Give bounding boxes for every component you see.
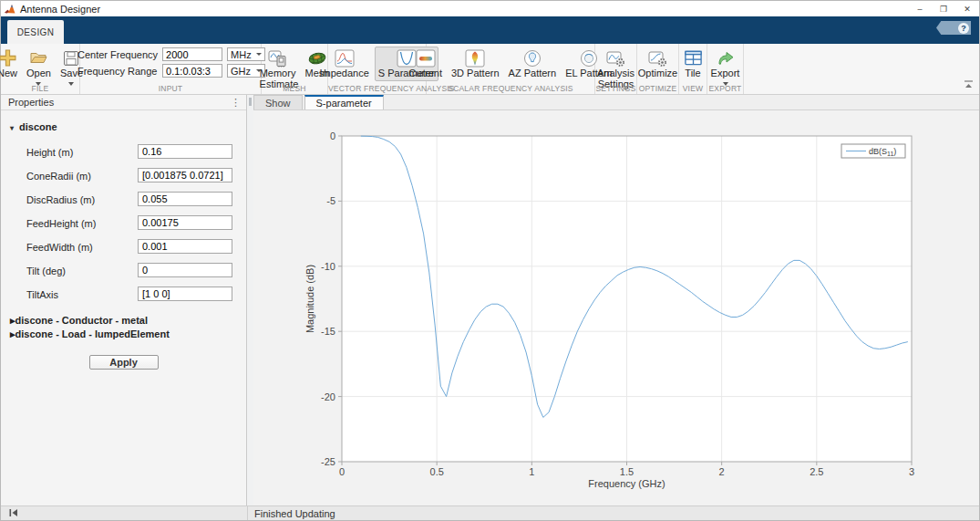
collapse-ribbon-icon [963, 79, 975, 89]
splitter-handle-icon [249, 98, 252, 106]
optimize-button[interactable]: Optimize [634, 47, 681, 81]
minimize-button[interactable]: – [908, 1, 932, 16]
section-label-view: VIEW [679, 84, 707, 93]
pattern-3d-icon [465, 48, 485, 68]
svg-text:-10: -10 [321, 261, 335, 272]
svg-text:0: 0 [330, 130, 335, 141]
analysis-settings-icon [606, 48, 625, 68]
section-settings: Analysis Settings SETTINGS [595, 44, 637, 94]
group-conductor-metal[interactable]: ▸discone - Conductor - metal [1, 315, 246, 328]
window-controls: – ❐ ✕ [908, 1, 979, 16]
apply-button[interactable]: Apply [89, 355, 159, 370]
svg-text:1.5: 1.5 [620, 466, 634, 477]
toolstrip-tab-bar: DESIGN ? [1, 16, 979, 44]
svg-text:2.5: 2.5 [810, 466, 823, 477]
group-discone[interactable]: ▾discone [1, 110, 246, 132]
feedheight-input[interactable] [138, 215, 232, 230]
properties-body: ▾discone Height (m) ConeRadii (m) DiscRa… [1, 110, 246, 505]
open-button[interactable]: Open [23, 47, 55, 88]
panel-menu-icon[interactable]: ⋮ [231, 97, 241, 109]
az-pattern-button[interactable]: AZ Pattern [505, 47, 561, 81]
property-row-feedwidth: FeedWidth (m) [1, 236, 246, 259]
s-parameter-chart: 00.511.522.530-5-10-15-20-25Frequency (G… [253, 110, 980, 507]
current-button[interactable]: Current [405, 47, 446, 81]
svg-text:3: 3 [909, 466, 914, 477]
memory-estimate-icon [268, 48, 287, 68]
svg-text:-15: -15 [321, 326, 335, 337]
section-label-file: FILE [1, 84, 79, 93]
optimize-icon [648, 48, 667, 68]
tile-button[interactable]: Tile [680, 47, 707, 81]
tab-design[interactable]: DESIGN [7, 20, 64, 44]
property-row-tilt: Tilt (deg) [1, 260, 246, 283]
status-divider [247, 506, 248, 520]
section-file: New Open Save FILE [1, 44, 80, 94]
property-row-feedheight: FeedHeight (m) [1, 213, 246, 235]
feedwidth-input[interactable] [138, 239, 232, 254]
minimize-ribbon-button[interactable] [963, 79, 975, 91]
section-label-optimize: OPTIMIZE [637, 84, 678, 93]
main-area: Properties ⋮ ▾discone Height (m) ConeRad… [1, 95, 979, 505]
svg-text:0.5: 0.5 [430, 466, 444, 477]
frequency-range-label: Frequency Range [77, 66, 158, 77]
figure-area: Show S-parameter 00.511.522.530-5-10-15-… [253, 95, 979, 505]
property-row-height: Height (m) [1, 141, 246, 164]
section-optimize: Optimize OPTIMIZE [637, 44, 679, 94]
export-button[interactable]: Export [707, 47, 744, 88]
export-arrow-icon [716, 48, 735, 68]
tab-show[interactable]: Show [253, 95, 303, 109]
restore-button[interactable]: ❐ [932, 1, 955, 16]
new-plus-icon [0, 48, 16, 68]
svg-text:-5: -5 [326, 195, 335, 206]
section-label-export: EXPORT [707, 84, 743, 93]
antenna-designer-window: Antenna Designer – ❐ ✕ DESIGN ? New [0, 0, 980, 521]
svg-text:-20: -20 [321, 391, 335, 402]
property-row-tiltaxis: TiltAxis [1, 284, 246, 307]
svg-text:0: 0 [339, 466, 345, 477]
new-button[interactable]: New [0, 47, 21, 81]
expanded-arrow-icon: ▾ [10, 124, 19, 132]
impedance-icon [335, 48, 355, 68]
figure-tab-bar: Show S-parameter [253, 95, 979, 110]
svg-text:-25: -25 [321, 456, 335, 467]
panel-splitter[interactable] [247, 95, 253, 505]
close-button[interactable]: ✕ [955, 1, 979, 16]
center-frequency-input[interactable] [162, 47, 222, 61]
collapse-panel-button[interactable] [7, 507, 19, 520]
section-input: Center Frequency MHz Frequency Range GHz… [80, 44, 262, 94]
property-row-discradius: DiscRadius (m) [1, 189, 246, 212]
current-icon [416, 48, 436, 68]
window-title: Antenna Designer [20, 4, 100, 15]
help-button[interactable]: ? [936, 21, 971, 35]
impedance-button[interactable]: Impedance [315, 47, 372, 81]
open-folder-icon [30, 48, 47, 68]
tilt-input[interactable] [138, 263, 232, 277]
status-message: Finished Updating [254, 508, 335, 519]
properties-title: Properties [8, 97, 54, 108]
section-scalar-frequency-analysis: Current 3D Pattern AZ Pattern EL Pattern [427, 44, 595, 94]
pattern-3d-button[interactable]: 3D Pattern [448, 47, 503, 81]
tile-grid-icon [684, 48, 703, 68]
ribbon: New Open Save FILE Center Frequency [1, 44, 979, 95]
collapse-left-icon [7, 507, 19, 518]
section-export: Export EXPORT [707, 44, 744, 94]
tiltaxis-input[interactable] [138, 287, 232, 301]
svg-text:Magnitude (dB): Magnitude (dB) [304, 265, 315, 333]
section-label-input: INPUT [80, 84, 261, 93]
coneradii-input[interactable] [138, 168, 232, 182]
svg-text:Frequency (GHz): Frequency (GHz) [588, 478, 665, 489]
chart-legend: dB(S11) [841, 144, 905, 158]
section-label-mesh: MESH [262, 84, 327, 93]
discradius-input[interactable] [138, 192, 232, 206]
az-pattern-icon [522, 48, 542, 68]
help-icon: ? [958, 23, 969, 34]
height-input[interactable] [138, 144, 232, 159]
section-label-scalar-frequency-analysis: SCALAR FREQUENCY ANALYSIS [427, 84, 594, 93]
properties-panel: Properties ⋮ ▾discone Height (m) ConeRad… [1, 95, 247, 505]
group-load-lumpedelement[interactable]: ▸discone - Load - lumpedElement [1, 328, 246, 342]
s-parameter-plot-canvas: 00.511.522.530-5-10-15-20-25Frequency (G… [253, 110, 979, 505]
frequency-range-input[interactable] [162, 64, 222, 78]
property-row-coneradii: ConeRadii (m) [1, 165, 246, 188]
title-bar: Antenna Designer – ❐ ✕ [1, 1, 979, 16]
tab-s-parameter[interactable]: S-parameter [304, 95, 384, 109]
